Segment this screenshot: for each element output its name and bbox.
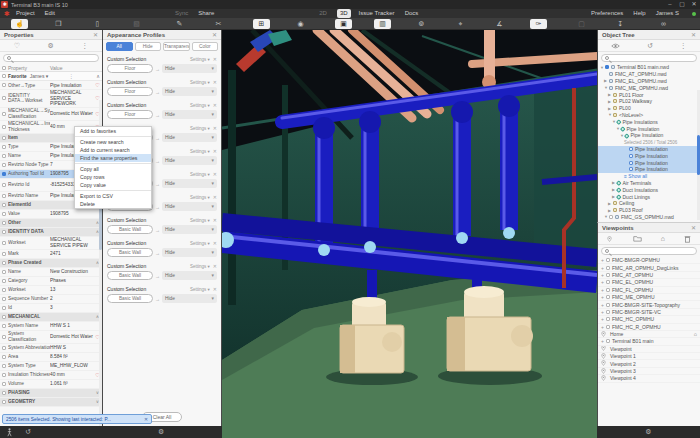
viewpoint-row[interactable]: +FMC-BMGR-SITE-VC [598,309,700,316]
tree-checkbox[interactable] [605,65,609,69]
property-checkbox[interactable] [2,288,6,292]
rule-remove-icon[interactable]: ✕ [213,102,217,108]
property-checkbox[interactable] [2,163,6,167]
rule-remove-icon[interactable]: ✕ [213,240,217,246]
property-checkbox[interactable] [2,297,6,301]
property-checkbox[interactable] [2,172,6,176]
rule-source-pill[interactable]: Basic Wall [107,248,153,257]
rule-action-select[interactable]: Hide▾ [162,271,217,280]
rule-remove-icon[interactable]: ✕ [213,286,217,292]
viewport-3d[interactable] [222,30,597,438]
viewpoint-checkbox[interactable] [606,288,610,292]
property-row[interactable]: MECHANICAL→System ClassificationDomestic… [0,108,102,121]
rule-remove-icon[interactable]: ✕ [213,194,217,200]
property-row[interactable]: Other→TypePipe Insulation♡ [0,81,102,90]
globe-tool-icon[interactable]: ⊚ [413,19,430,29]
favorites-collapse-icon[interactable]: ∧ [96,73,100,79]
property-checkbox[interactable] [2,364,6,368]
tree-row[interactable]: ▼FMC_ME_OPMHU.nwd [598,84,700,91]
property-row[interactable]: Workset13 [0,286,102,295]
rule-remove-icon[interactable]: ✕ [213,263,217,269]
rule-settings-link[interactable]: Settings ▾ [190,103,210,108]
group-checkbox[interactable] [2,221,6,225]
favorites-kebab-icon[interactable]: ⋮ [69,73,74,79]
context-menu-item[interactable]: Delete [75,200,151,208]
tree-row[interactable]: Pipe Insulation [598,152,700,159]
rule-settings-link[interactable]: Settings ▾ [190,218,210,223]
rule-action-select[interactable]: Hide▾ [162,110,217,119]
tree-row[interactable]: ▶PL00 [598,105,700,112]
rule-source-pill[interactable]: Floor [107,64,153,73]
group-checkbox[interactable] [2,203,6,207]
clip-tool-icon[interactable]: ✂ [210,19,227,29]
favorite-heart-icon[interactable]: ♡ [95,82,100,88]
favorite-row-checkbox[interactable] [2,74,6,78]
viewpoint-checkbox[interactable] [606,273,610,277]
rule-source-pill[interactable]: Basic Wall [107,294,153,303]
cart-tool-icon[interactable]: ▣ [335,19,352,29]
property-checkbox[interactable] [2,125,6,129]
rule-source-pill[interactable]: Basic Wall [107,271,153,280]
sheets-tool-icon[interactable]: ❐ [50,19,67,29]
property-checkbox[interactable] [2,346,6,350]
property-checkbox[interactable] [2,373,6,377]
tree-row[interactable]: Pipe Insulation [598,166,700,173]
property-group-header[interactable]: GEOMETRY∨ [0,398,102,407]
viewpoint-row[interactable]: Viewpoint 1 [598,353,700,360]
tree-row[interactable]: ▼Pipe Insulations [598,118,700,125]
viewpoint-row[interactable]: +FMC-BMGR-OPMHU [598,257,700,264]
context-menu-item[interactable]: Export to CSV [75,192,151,200]
favorites-user-select[interactable]: James ▾ [30,73,49,79]
tree-row[interactable]: ▶Ceiling [598,200,700,207]
menu-help[interactable]: Help [633,9,645,18]
viewpoint-checkbox[interactable] [606,258,610,262]
object-tree-close-icon[interactable]: ✕ [691,31,696,38]
rule-settings-link[interactable]: Settings ▾ [190,126,210,131]
walk-mode-icon[interactable] [6,428,13,437]
viewpoint-checkbox[interactable] [606,280,610,284]
context-menu-item[interactable]: Copy value [75,181,151,189]
tree-row[interactable]: ▶PL01 Floor [598,91,700,98]
rule-source-pill[interactable]: Basic Wall [107,225,153,234]
property-group-header[interactable]: Other∧ [0,219,102,228]
tree-row[interactable]: Pipe Insulation [598,159,700,166]
property-row[interactable]: Volume1.061 ft³ [0,380,102,389]
folder-icon[interactable] [633,235,642,242]
new-issue-tool-icon[interactable]: ⊞ [253,19,270,29]
menu-item-edit[interactable]: Edit [45,10,55,16]
tree-kebab-menu-icon[interactable]: ⋮ [680,42,687,50]
reset-view-icon[interactable]: ↺ [25,426,31,438]
viewpoints-close-icon[interactable]: ✕ [691,224,696,231]
viewpoints-search-input[interactable] [601,247,697,255]
viewpoint-checkbox[interactable] [606,310,610,314]
user-name[interactable]: James S [656,9,679,18]
rule-settings-link[interactable]: Settings ▾ [190,172,210,177]
context-menu-item[interactable]: Copy all [75,165,151,173]
property-row[interactable]: Insulation Thickness40 mm♡ [0,371,102,380]
viewpoints-settings-gear-icon[interactable]: ⚙ [645,426,651,438]
add-viewpoint-pin-icon[interactable] [607,236,612,242]
property-group-header[interactable]: IDENTITY DATA∧ [0,228,102,237]
context-menu-item[interactable]: Find the same properties [75,154,151,162]
menu-issue-tracker[interactable]: Issue Tracker [359,9,395,18]
viewpoint-row[interactable]: +FMC_FL_OPMHU [598,287,700,294]
viewpoint-checkbox[interactable] [606,266,610,270]
trash-icon[interactable] [684,235,691,243]
viewpoint-row[interactable]: Viewpoint 2 [598,360,700,367]
property-checkbox[interactable] [2,270,6,274]
tab-all[interactable]: All [106,42,133,51]
context-menu-item[interactable]: Create new search [75,138,151,146]
section-box-tool-icon[interactable]: ▧ [128,19,145,29]
rule-remove-icon[interactable]: ✕ [213,148,217,154]
tree-row[interactable]: ▶PL02 Walkway [598,98,700,105]
property-row[interactable]: System TypeME_HHW_FLOW [0,362,102,371]
property-group-header[interactable]: Phase Created∧ [0,259,102,268]
viewpoint-checkbox[interactable] [606,303,610,307]
menu-share[interactable]: Share [198,9,214,18]
tree-row[interactable]: ▶Duct Linings [598,193,700,200]
kebab-menu-icon[interactable]: ⋮ [81,42,88,50]
link-tool-icon[interactable]: ∞ [655,19,672,29]
property-row[interactable]: Sequence Number2 [0,295,102,304]
property-checkbox[interactable] [2,335,6,339]
property-row[interactable]: System AbbreviationHHW S [0,344,102,353]
